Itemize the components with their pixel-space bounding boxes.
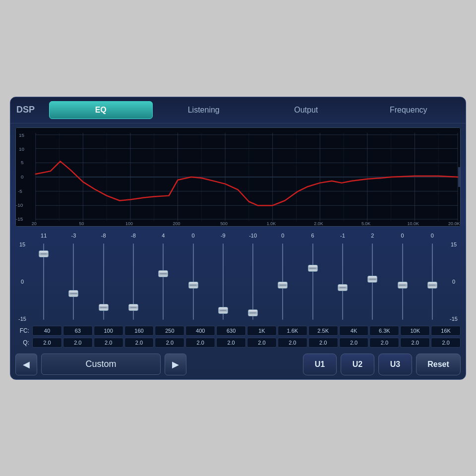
- fader-handle-7[interactable]: [248, 309, 258, 316]
- q-cell-10[interactable]: 2.0: [339, 338, 369, 348]
- q-cell-5[interactable]: 2.0: [185, 338, 215, 348]
- svg-text:1.0K: 1.0K: [267, 221, 276, 226]
- svg-text:100: 100: [125, 221, 133, 226]
- u1-button[interactable]: U1: [303, 354, 337, 375]
- fc-cell-11[interactable]: 6.3K: [369, 326, 399, 336]
- fader-values-row: 11-3-8-840-9-1006-1200: [15, 233, 461, 238]
- fc-cell-13[interactable]: 16K: [431, 326, 461, 336]
- fader-col-13: [418, 239, 447, 324]
- fader-handle-3[interactable]: [128, 304, 138, 311]
- dsp-label: DSP: [16, 105, 41, 115]
- u2-button[interactable]: U2: [341, 354, 374, 375]
- tab-output[interactable]: Output: [255, 102, 357, 119]
- tab-frequency[interactable]: Frequency: [357, 102, 460, 119]
- svg-text:0: 0: [21, 174, 24, 179]
- fader-value-3: -8: [119, 233, 148, 238]
- eq-chart[interactable]: 15 10 5 0 -5 -10 -15 20 50 100 200 500 1…: [15, 127, 461, 227]
- fader-col-5: [178, 239, 207, 324]
- fc-cell-1[interactable]: 63: [63, 326, 93, 336]
- fc-cell-12[interactable]: 10K: [400, 326, 430, 336]
- q-cell-4[interactable]: 2.0: [155, 338, 184, 348]
- fader-track-10: [342, 243, 343, 320]
- fc-cell-2[interactable]: 100: [94, 326, 123, 336]
- q-cell-9[interactable]: 2.0: [308, 338, 338, 348]
- svg-text:10.0K: 10.0K: [407, 221, 418, 226]
- prev-button[interactable]: ◀: [15, 354, 37, 375]
- svg-text:200: 200: [173, 221, 180, 226]
- fader-handle-2[interactable]: [99, 304, 109, 311]
- fader-handle-9[interactable]: [308, 265, 318, 272]
- reset-button[interactable]: Reset: [416, 354, 461, 375]
- svg-text:20.0K: 20.0K: [448, 221, 460, 226]
- q-cell-11[interactable]: 2.0: [369, 338, 399, 348]
- fader-value-2: -8: [89, 233, 118, 238]
- fc-cell-6[interactable]: 630: [216, 326, 246, 336]
- u3-button[interactable]: U3: [378, 354, 412, 375]
- q-cell-2[interactable]: 2.0: [94, 338, 123, 348]
- fader-value-9: 6: [298, 233, 327, 238]
- fader-handle-13[interactable]: [427, 282, 437, 289]
- q-cell-8[interactable]: 2.0: [278, 338, 307, 348]
- fader-track-7: [252, 243, 253, 320]
- fader-value-6: -9: [209, 233, 238, 238]
- faders-inner: [29, 239, 447, 324]
- q-cell-0[interactable]: 2.0: [32, 338, 62, 348]
- fader-col-3: [119, 239, 148, 324]
- fader-col-2: [89, 239, 118, 324]
- fader-col-4: [149, 239, 178, 324]
- fader-handle-12[interactable]: [398, 282, 408, 289]
- fader-handle-0[interactable]: [39, 250, 49, 257]
- faders-row: 15 0 -15 15 0 -15: [15, 239, 461, 324]
- fader-value-13: 0: [418, 233, 447, 238]
- fader-value-0: 11: [29, 233, 58, 238]
- fader-col-8: [268, 239, 297, 324]
- fader-col-9: [298, 239, 327, 324]
- fc-cell-8[interactable]: 1.6K: [278, 326, 307, 336]
- right-scale: 15 0 -15: [447, 239, 461, 324]
- q-cell-7[interactable]: 2.0: [247, 338, 277, 348]
- svg-text:2.0K: 2.0K: [314, 221, 323, 226]
- panel-expand-button[interactable]: ›: [458, 167, 461, 187]
- fc-cell-0[interactable]: 40: [32, 326, 62, 336]
- q-cell-6[interactable]: 2.0: [216, 338, 246, 348]
- fc-cell-7[interactable]: 1K: [247, 326, 277, 336]
- fader-value-11: 2: [358, 233, 387, 238]
- q-cell-1[interactable]: 2.0: [63, 338, 93, 348]
- tab-eq[interactable]: EQ: [49, 101, 153, 119]
- fc-cell-4[interactable]: 250: [155, 326, 184, 336]
- preset-name[interactable]: Custom: [41, 354, 161, 375]
- q-row: Q: 2.02.02.02.02.02.02.02.02.02.02.02.02…: [15, 338, 461, 348]
- fader-value-8: 0: [268, 233, 297, 238]
- fader-handle-4[interactable]: [158, 270, 168, 277]
- bottom-row: ◀ Custom ▶ U1 U2 U3 Reset: [10, 350, 466, 379]
- fader-track-1: [73, 243, 74, 320]
- fader-handle-8[interactable]: [278, 282, 288, 289]
- fc-cell-3[interactable]: 160: [124, 326, 154, 336]
- q-cell-3[interactable]: 2.0: [124, 338, 154, 348]
- header: DSP EQ Listening Output Frequency: [10, 97, 466, 123]
- fader-value-5: 0: [178, 233, 207, 238]
- q-cell-12[interactable]: 2.0: [400, 338, 430, 348]
- fader-col-12: [388, 239, 416, 324]
- fc-cell-9[interactable]: 2.5K: [308, 326, 338, 336]
- fc-row: FC: 40631001602504006301K1.6K2.5K4K6.3K1…: [15, 326, 461, 336]
- fader-col-0: [29, 239, 58, 324]
- fc-cell-10[interactable]: 4K: [339, 326, 369, 336]
- svg-text:-5: -5: [18, 188, 22, 193]
- next-button[interactable]: ▶: [165, 354, 186, 375]
- tab-listening[interactable]: Listening: [153, 102, 255, 119]
- fader-value-10: -1: [328, 233, 357, 238]
- svg-text:-10: -10: [16, 202, 23, 208]
- q-cell-13[interactable]: 2.0: [431, 338, 461, 348]
- svg-text:50: 50: [79, 221, 84, 226]
- fader-value-4: 4: [149, 233, 178, 238]
- fader-handle-6[interactable]: [218, 307, 228, 314]
- fader-handle-10[interactable]: [338, 284, 348, 291]
- fader-handle-11[interactable]: [367, 276, 377, 283]
- svg-text:10: 10: [19, 146, 25, 151]
- svg-text:5: 5: [21, 160, 24, 165]
- fader-handle-1[interactable]: [68, 290, 78, 297]
- fader-col-6: [209, 239, 238, 324]
- fc-cell-5[interactable]: 400: [185, 326, 215, 336]
- fader-handle-5[interactable]: [188, 282, 198, 289]
